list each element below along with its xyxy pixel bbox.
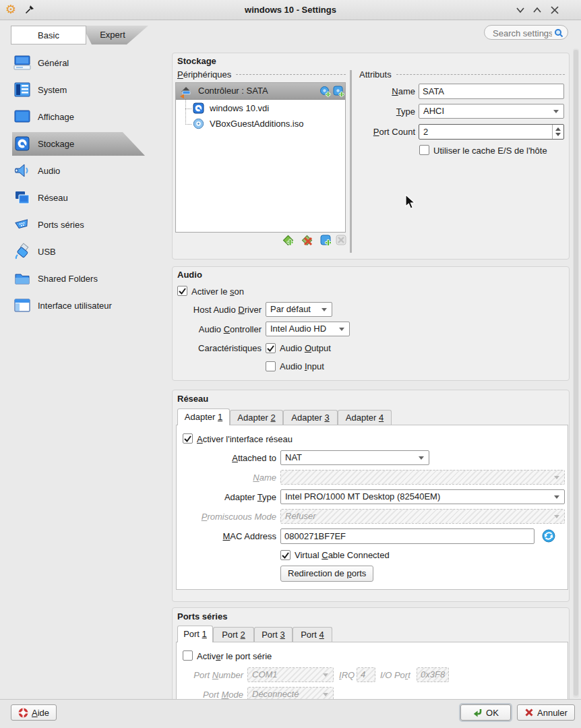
port-forwarding-button[interactable]: Redirection de ports (280, 566, 373, 582)
sidebar-item-network[interactable]: Réseau (13, 186, 155, 209)
audio-section (172, 266, 570, 381)
serial-section-title: Ports séries (177, 611, 227, 621)
stepper-up-icon[interactable] (555, 127, 561, 131)
tab-port-4[interactable]: Port 4 (293, 627, 332, 642)
audio-section-title: Audio (177, 270, 202, 280)
controller-type-dropdown[interactable]: AHCI (419, 104, 564, 119)
sidebar-item-audio[interactable]: Audio (13, 159, 155, 182)
maximize-button[interactable] (532, 5, 543, 16)
minimize-button[interactable] (515, 5, 526, 16)
shared-folders-icon (13, 270, 31, 287)
enable-network-checkbox[interactable] (183, 433, 193, 444)
add-hard-disk-icon[interactable] (319, 86, 331, 97)
usb-icon (13, 243, 31, 260)
tree-item-optical-disk[interactable]: VBoxGuestAdditions.iso (176, 116, 345, 132)
audio-controller-value: Intel Audio HD (270, 324, 326, 334)
title-bar: ⚙ windows 10 - Settings (0, 0, 581, 20)
tab-adapter-2[interactable]: Adapter 2 (230, 410, 283, 425)
add-controller-icon[interactable] (282, 234, 295, 247)
search-input[interactable] (491, 26, 553, 40)
enable-audio-label: Activer le son (191, 286, 244, 297)
cable-connected-checkbox[interactable] (280, 550, 290, 560)
ok-button[interactable]: OK (460, 704, 511, 721)
check-icon (281, 551, 290, 559)
chevron-down-icon (419, 456, 424, 460)
tab-adapter-3-label: Adapter 3 (291, 413, 329, 423)
tab-adapter-2-label: Adapter 2 (237, 413, 275, 423)
tree-item-hard-disk[interactable]: windows 10.vdi (176, 100, 345, 117)
stepper-down-icon[interactable] (555, 133, 561, 136)
sidebar-item-system[interactable]: System (13, 78, 155, 101)
tab-adapter-1[interactable]: Adapter 1 (177, 408, 230, 425)
tab-port-1-label: Port 1 (183, 629, 207, 639)
audio-icon (13, 162, 31, 179)
regenerate-mac-icon[interactable] (542, 529, 555, 543)
tree-item-label: VBoxGuestAdditions.iso (210, 119, 303, 129)
scrollbar-track[interactable] (573, 49, 579, 698)
storage-tree[interactable]: Contrôleur : SATA windows 10.vdi (175, 82, 346, 233)
audio-controller-dropdown[interactable]: Intel Audio HD (266, 322, 350, 336)
controller-name-input[interactable] (419, 84, 564, 99)
tab-port-1[interactable]: Port 1 (177, 626, 213, 642)
sidebar-item-label: Audio (38, 166, 60, 176)
enable-audio-checkbox[interactable] (177, 286, 187, 296)
scrollbar-thumb[interactable] (574, 50, 578, 696)
tab-port-2[interactable]: Port 2 (213, 627, 254, 642)
storage-section-title: Stockage (177, 56, 216, 66)
sidebar-item-storage[interactable]: Stockage (13, 132, 155, 155)
enable-serial-checkbox[interactable] (183, 650, 193, 661)
search-icon[interactable] (554, 28, 563, 38)
tab-basic[interactable]: Basic (11, 26, 86, 44)
audio-controller-label: Audio Controller (177, 324, 262, 334)
mac-address-input[interactable] (280, 528, 534, 544)
remove-controller-icon[interactable] (301, 234, 313, 247)
chevron-down-icon (323, 693, 328, 696)
network-name-label: Name (183, 473, 276, 483)
port-mode-label: Port Mode (183, 690, 243, 700)
host-audio-driver-dropdown[interactable]: Par défaut (266, 302, 332, 317)
tab-port-3[interactable]: Port 3 (254, 627, 293, 642)
search-settings-box[interactable] (484, 25, 568, 40)
devices-group-text: Périphériques (177, 69, 231, 80)
sata-controller-icon (179, 85, 193, 98)
sidebar-item-label: USB (38, 247, 56, 257)
tab-adapter-3[interactable]: Adapter 3 (283, 410, 338, 425)
sidebar-item-serial-ports[interactable]: Ports séries (13, 213, 155, 236)
host-cache-checkbox[interactable] (419, 145, 429, 155)
stepper-buttons[interactable] (552, 125, 563, 139)
adapter-type-value: Intel PRO/1000 MT Desktop (82540EM) (285, 491, 440, 502)
cancel-icon (524, 708, 534, 717)
tab-adapter-4[interactable]: Adapter 4 (338, 410, 392, 425)
tab-basic-label: Basic (38, 30, 59, 40)
audio-input-checkbox[interactable] (266, 361, 276, 371)
storage-controller-row[interactable]: Contrôleur : SATA (176, 83, 345, 100)
sidebar-item-shared-folders[interactable]: Shared Folders (13, 267, 155, 290)
sidebar-item-usb[interactable]: USB (13, 240, 155, 263)
host-audio-driver-label: Host Audio Driver (177, 305, 262, 315)
cancel-button[interactable]: Annuler (517, 704, 575, 721)
port-count-label: Port Count (354, 127, 415, 137)
audio-output-checkbox[interactable] (266, 343, 276, 353)
cancel-button-label: Annuler (537, 708, 568, 718)
adapter-type-dropdown[interactable]: Intel PRO/1000 MT Desktop (82540EM) (280, 489, 565, 504)
name-label: Name (354, 86, 415, 96)
sidebar-item-user-interface[interactable]: Interface utilisateur (13, 294, 155, 317)
io-port-value: 0x3F8 (421, 669, 445, 679)
help-button[interactable]: Aide (11, 704, 57, 721)
sidebar-item-display[interactable]: Affichage (13, 105, 155, 128)
storage-column-separator (350, 70, 352, 253)
sidebar-item-general[interactable]: Général (13, 51, 155, 74)
attached-to-value: NAT (285, 452, 302, 462)
enable-network-label: Activer l'interface réseau (197, 434, 293, 444)
add-optical-drive-icon[interactable] (333, 86, 344, 97)
promiscuous-mode-dropdown-disabled: Refuser (280, 509, 565, 524)
hard-disk-icon (193, 102, 204, 114)
host-audio-driver-value: Par défaut (270, 304, 311, 314)
port-count-stepper[interactable]: 2 (419, 124, 564, 140)
close-button[interactable] (549, 5, 560, 16)
tab-adapter-1-label: Adapter 1 (185, 412, 222, 422)
io-port-input-disabled: 0x3F8 (417, 667, 449, 682)
attributes-group-text: Attributs (359, 69, 392, 80)
add-attachment-icon[interactable] (319, 234, 332, 247)
attached-to-dropdown[interactable]: NAT (280, 450, 429, 465)
